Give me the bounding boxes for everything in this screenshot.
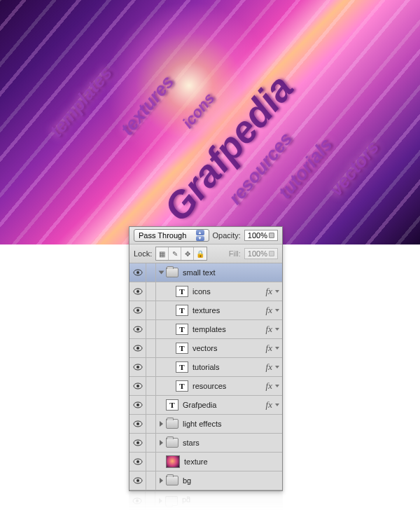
artwork-preview: templates textures icons Grafpedia resou… — [0, 0, 420, 244]
panel-reflection: bg — [129, 485, 283, 510]
disclosure-triangle[interactable] — [156, 263, 166, 282]
text-layer-icon: T — [176, 324, 188, 335]
fill-dropdown-icon — [269, 251, 274, 256]
svg-point-19 — [136, 441, 139, 444]
folder-icon — [166, 268, 178, 277]
svg-point-25 — [136, 499, 139, 502]
visibility-toggle[interactable] — [130, 358, 146, 377]
blend-stepper[interactable]: ▲▼ — [196, 230, 204, 241]
layer-name[interactable]: stars — [183, 439, 282, 447]
fx-dropdown-icon[interactable] — [274, 309, 279, 312]
layer-name[interactable]: templates — [192, 325, 266, 333]
link-column — [146, 263, 156, 282]
visibility-toggle[interactable] — [130, 453, 146, 471]
layer-name[interactable]: light effects — [183, 420, 282, 428]
link-column — [146, 282, 156, 301]
svg-point-11 — [136, 366, 139, 368]
layer-name[interactable]: resources — [192, 382, 266, 390]
visibility-toggle[interactable] — [130, 434, 146, 453]
link-column — [146, 301, 156, 320]
svg-point-13 — [136, 385, 139, 387]
visibility-toggle[interactable] — [130, 396, 146, 415]
layer-name[interactable]: Grafpedia — [183, 401, 266, 409]
layer-templates[interactable]: T templates fx — [130, 320, 282, 339]
svg-point-7 — [136, 328, 139, 331]
folder-icon — [166, 438, 178, 448]
link-column — [146, 434, 156, 453]
svg-point-5 — [136, 309, 139, 312]
layer-light-effects[interactable]: light effects — [130, 415, 282, 434]
lock-fill-row: Lock: ▦ ✎ ✥ 🔒 Fill: 100% — [130, 244, 282, 263]
layer-name[interactable]: texture — [184, 457, 282, 466]
svg-point-1 — [136, 271, 139, 274]
layer-group-small-text[interactable]: small text — [130, 263, 282, 282]
visibility-toggle[interactable] — [130, 415, 146, 434]
layer-vectors[interactable]: T vectors fx — [130, 339, 282, 358]
layer-name[interactable]: textures — [192, 306, 266, 315]
lock-transparency-icon[interactable]: ▦ — [156, 247, 169, 260]
visibility-toggle[interactable] — [130, 282, 146, 301]
fill-label: Fill: — [229, 249, 241, 258]
layer-icons[interactable]: T icons fx — [130, 282, 282, 301]
disclosure-triangle[interactable] — [156, 434, 166, 453]
visibility-toggle[interactable] — [130, 263, 146, 282]
visibility-toggle[interactable] — [130, 339, 146, 358]
lock-pixels-icon[interactable]: ✎ — [169, 247, 181, 260]
fx-badge[interactable]: fx — [266, 305, 272, 316]
blend-mode-value: Pass Through — [139, 231, 186, 240]
layer-name[interactable]: tutorials — [192, 363, 266, 371]
svg-point-17 — [136, 422, 139, 425]
link-column — [146, 396, 156, 415]
folder-icon — [166, 419, 178, 429]
fx-badge[interactable]: fx — [266, 399, 272, 411]
fx-badge[interactable]: fx — [266, 286, 272, 297]
layer-texture[interactable]: texture — [130, 453, 282, 471]
layer-name[interactable]: icons — [192, 287, 266, 296]
visibility-toggle[interactable] — [130, 320, 146, 339]
layer-name[interactable]: bg — [183, 476, 282, 485]
layer-name[interactable]: small text — [183, 268, 282, 277]
fx-dropdown-icon[interactable] — [274, 347, 279, 350]
text-layer-icon: T — [176, 343, 188, 354]
fx-badge[interactable]: fx — [266, 361, 272, 373]
opacity-field[interactable]: 100% — [244, 230, 278, 241]
fx-dropdown-icon[interactable] — [274, 404, 279, 406]
text-layer-icon: T — [176, 361, 188, 373]
layers-panel: Pass Through ▲▼ Opacity: 100% Lock: ▦ ✎ … — [129, 226, 283, 491]
layer-grafpedia[interactable]: T Grafpedia fx — [130, 396, 282, 415]
layer-name[interactable]: vectors — [192, 344, 266, 352]
lock-buttons: ▦ ✎ ✥ 🔒 — [155, 247, 207, 261]
link-column — [146, 358, 156, 377]
layer-stars[interactable]: stars — [130, 434, 282, 453]
link-column — [146, 320, 156, 339]
fx-dropdown-icon[interactable] — [274, 385, 279, 387]
lock-all-icon[interactable]: 🔒 — [194, 247, 206, 260]
layer-tutorials[interactable]: T tutorials fx — [130, 358, 282, 377]
opacity-label: Opacity: — [213, 231, 241, 240]
fx-badge[interactable]: fx — [266, 380, 272, 392]
fill-value: 100% — [248, 249, 267, 258]
disclosure-triangle[interactable] — [156, 415, 166, 434]
fx-badge[interactable]: fx — [266, 343, 272, 354]
layers-list: small text T icons fx T textures fx T te… — [130, 263, 282, 490]
text-layer-icon: T — [176, 305, 188, 316]
link-column — [146, 453, 156, 471]
layer-textures[interactable]: T textures fx — [130, 301, 282, 320]
fx-badge[interactable]: fx — [266, 324, 272, 335]
lock-position-icon[interactable]: ✥ — [181, 247, 194, 260]
opacity-dropdown-icon[interactable] — [269, 233, 274, 238]
fx-dropdown-icon[interactable] — [274, 366, 279, 368]
visibility-toggle[interactable] — [130, 301, 146, 320]
link-column — [146, 377, 156, 396]
blend-mode-select[interactable]: Pass Through ▲▼ — [134, 229, 209, 242]
fx-dropdown-icon[interactable] — [274, 290, 279, 293]
folder-icon — [166, 476, 178, 485]
link-column — [146, 415, 156, 434]
fx-dropdown-icon[interactable] — [274, 328, 279, 331]
opacity-value: 100% — [248, 231, 267, 240]
text-layer-icon: T — [176, 286, 188, 297]
visibility-toggle[interactable] — [130, 377, 146, 396]
layer-resources[interactable]: T resources fx — [130, 377, 282, 396]
image-thumbnail — [166, 455, 180, 468]
svg-point-15 — [136, 404, 139, 406]
